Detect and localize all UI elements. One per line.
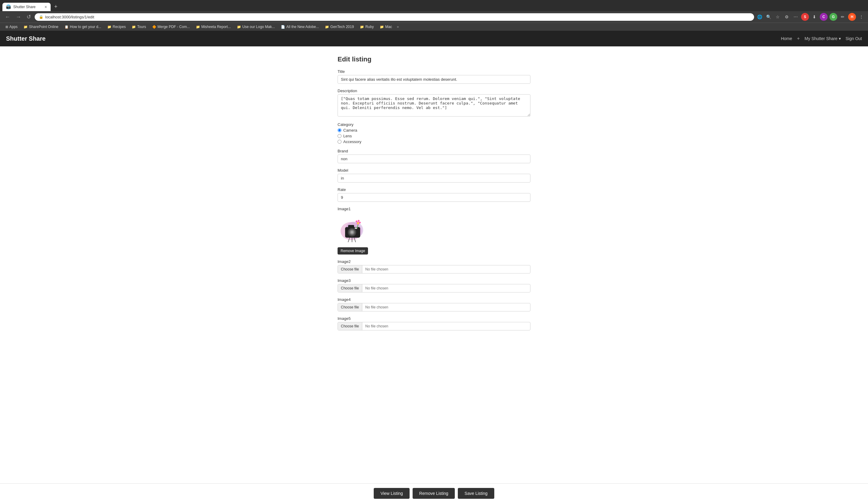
browser-chrome: 📷 Shutter Share × + ← → ↺ 🔒 localhost:30… [0,0,868,31]
bookmark-merge[interactable]: 🔶 Merge PDF - Com... [150,24,192,30]
star-icon[interactable]: ☆ [774,13,781,20]
new-tab-button[interactable]: + [52,2,60,11]
avatar-s[interactable]: S [801,13,809,21]
image2-no-file: No file chosen [362,265,391,273]
reload-button[interactable]: ↺ [25,13,33,21]
remove-image-button[interactable]: Remove Image [338,247,368,254]
bookmark-sharepoint[interactable]: 📁 SharePoint Online [21,24,61,30]
my-shutter-share-label: My Shutter Share [805,36,838,41]
folder-icon-9: 📁 [380,25,384,29]
avatar-h[interactable]: H [848,13,856,21]
camera-radio[interactable] [338,128,341,132]
my-shutter-share-dropdown[interactable]: My Shutter Share ▾ [805,36,841,41]
bookmark-recipes[interactable]: 📁 Recipes [105,24,128,30]
folder-icon-4: 📁 [132,25,136,29]
pen-icon[interactable]: ✏ [839,13,846,20]
translate-icon[interactable]: 🌐 [756,13,763,20]
download-icon[interactable]: ⬇ [811,13,818,20]
app-nav-links: Home + My Shutter Share ▾ Sign Out [781,36,862,41]
image2-choose-button[interactable]: Choose file [338,265,362,273]
bookmarks-more[interactable]: » [396,24,400,30]
bookmark-adobe[interactable]: 📄 All the New Adobe... [278,24,321,30]
page-title: Edit listing [338,55,530,63]
folder-icon-8: 📁 [360,25,364,29]
bookmark-mac[interactable]: 📁 Mac [378,24,394,30]
avatar-g[interactable]: G [829,13,837,21]
url-display: localhost:3000/listings/1/edit [45,15,750,19]
category-camera[interactable]: Camera [338,128,530,133]
bookmark-tours[interactable]: 📁 Tours [129,24,148,30]
svg-rect-8 [355,228,357,229]
bookmark-apps-label: Apps [9,25,18,29]
bookmark-ruby[interactable]: 📁 Ruby [358,24,376,30]
image3-file-input: Choose file No file chosen [338,284,530,292]
title-group: Title [338,69,530,84]
address-bar[interactable]: 🔒 localhost:3000/listings/1/edit [35,13,754,21]
bookmark-logo-label: Use our Logo Mak... [242,25,275,29]
home-link[interactable]: Home [781,36,792,41]
bookmark-gentech[interactable]: 📁 GenTech 2019 [322,24,356,30]
category-lens[interactable]: Lens [338,134,530,138]
image4-section: Image4 Choose file No file chosen [338,297,530,312]
title-input[interactable] [338,75,530,84]
brand-input[interactable] [338,155,530,163]
rate-input[interactable] [338,193,530,202]
image2-label: Image2 [338,259,530,264]
bookmark-mac-label: Mac [385,25,392,29]
image1-preview [338,213,368,244]
bookmark-howto[interactable]: 📋 How to get your d... [62,24,104,30]
image1-label: Image1 [338,207,530,211]
image4-choose-button[interactable]: Choose file [338,303,362,311]
camera-illustration [338,213,368,244]
category-label: Category [338,122,530,127]
image1-section: Image1 [338,207,530,254]
accessory-radio[interactable] [338,140,341,144]
app-navbar: Shutter Share Home + My Shutter Share ▾ … [0,31,868,46]
image5-label: Image5 [338,316,530,321]
folder-icon-5: 📁 [196,25,200,29]
more-icon[interactable]: ⋮ [858,13,865,20]
tab-close-button[interactable]: × [45,5,47,9]
image3-label: Image3 [338,278,530,283]
svg-point-14 [358,220,360,222]
category-radio-group: Camera Lens Accessory [338,128,530,144]
forward-button[interactable]: → [14,13,23,21]
image5-section: Image5 Choose file No file chosen [338,316,530,331]
bottom-action-bar: View Listing Remove Listing Save Listing [0,483,868,503]
title-label: Title [338,69,530,74]
bookmark-apps[interactable]: ⊞ Apps [3,24,20,30]
active-tab[interactable]: 📷 Shutter Share × [2,3,51,11]
lens-label: Lens [343,134,352,138]
bookmark-howto-label: How to get your d... [70,25,101,29]
image4-file-input: Choose file No file chosen [338,303,530,312]
image3-choose-button[interactable]: Choose file [338,284,362,292]
model-label: Model [338,168,530,172]
svg-point-13 [359,222,361,223]
lens-radio[interactable] [338,134,341,138]
bookmark-logo[interactable]: 📁 Use our Logo Mak... [235,24,277,30]
back-button[interactable]: ← [3,13,12,21]
save-listing-button[interactable]: Save Listing [458,488,494,499]
bookmark-misheeta[interactable]: 📁 Misheeta Report... [194,24,233,30]
description-textarea[interactable] [338,94,530,117]
edit-listing-form: Edit listing Title Description Category … [331,46,537,365]
tab-title: Shutter Share [13,5,42,9]
category-accessory[interactable]: Accessory [338,139,530,144]
avatar-c[interactable]: C [820,13,828,21]
image2-section: Image2 Choose file No file chosen [338,259,530,273]
category-group: Category Camera Lens Accessory [338,122,530,144]
image3-no-file: No file chosen [362,284,391,292]
folder-icon-2: 📋 [64,25,69,29]
settings-icon[interactable]: ⚙ [783,13,790,20]
sign-out-link[interactable]: Sign Out [846,36,862,41]
remove-listing-button[interactable]: Remove Listing [413,488,455,499]
image5-choose-button[interactable]: Choose file [338,322,362,330]
plus-icon[interactable]: + [797,36,799,41]
bookmark-tours-label: Tours [137,25,146,29]
bookmark-misheeta-label: Misheeta Report... [201,25,231,29]
model-input[interactable] [338,174,530,182]
search-icon[interactable]: 🔍 [765,13,772,20]
view-listing-button[interactable]: View Listing [374,488,409,499]
extensions-icon[interactable]: ⋯ [792,13,799,20]
brand-group: Brand [338,149,530,163]
